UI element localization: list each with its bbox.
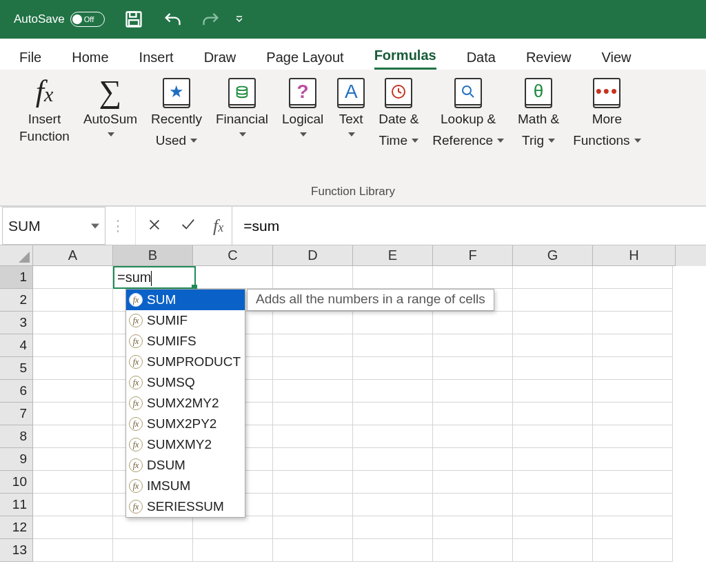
- cell[interactable]: [33, 516, 113, 539]
- cell[interactable]: [193, 516, 273, 539]
- row-header[interactable]: 10: [0, 471, 33, 494]
- suggestion-item[interactable]: fxIMSUM: [126, 476, 245, 496]
- enter-icon[interactable]: [179, 217, 196, 234]
- formula-suggestion-list[interactable]: fxSUMfxSUMIFfxSUMIFSfxSUMPRODUCTfxSUMSQf…: [125, 289, 245, 518]
- cell[interactable]: [353, 403, 433, 425]
- col-header-f[interactable]: F: [433, 245, 513, 266]
- cell[interactable]: [433, 516, 513, 539]
- fx-icon[interactable]: fx: [213, 216, 223, 236]
- cell[interactable]: [353, 312, 433, 334]
- col-header-b[interactable]: B: [113, 245, 193, 266]
- col-header-g[interactable]: G: [513, 245, 593, 266]
- cell[interactable]: [353, 425, 433, 448]
- cell[interactable]: [33, 494, 113, 516]
- cell[interactable]: [193, 266, 273, 289]
- col-header-h[interactable]: H: [593, 245, 676, 266]
- autosave-toggle[interactable]: AutoSave Off: [14, 12, 105, 27]
- row-header[interactable]: 2: [0, 289, 33, 312]
- row-header[interactable]: 11: [0, 494, 33, 516]
- tab-formulas[interactable]: Formulas: [374, 48, 436, 70]
- cell[interactable]: [513, 516, 593, 539]
- cell[interactable]: [33, 312, 113, 334]
- cell[interactable]: [273, 494, 353, 516]
- active-cell[interactable]: =sum: [113, 266, 196, 289]
- cell[interactable]: [353, 539, 433, 562]
- cell[interactable]: [353, 266, 433, 289]
- tab-data[interactable]: Data: [467, 50, 496, 70]
- logical-dd[interactable]: [299, 132, 307, 136]
- suggestion-item[interactable]: fxSERIESSUM: [126, 496, 245, 517]
- cell[interactable]: [433, 471, 513, 494]
- cell[interactable]: [513, 425, 593, 448]
- cell[interactable]: [513, 312, 593, 334]
- cell[interactable]: [593, 289, 673, 312]
- row-header[interactable]: 8: [0, 425, 33, 448]
- cell[interactable]: [33, 380, 113, 403]
- cell[interactable]: [193, 539, 273, 562]
- cell[interactable]: [433, 539, 513, 562]
- cell[interactable]: [513, 539, 593, 562]
- row-header[interactable]: 7: [0, 403, 33, 425]
- cell[interactable]: [273, 516, 353, 539]
- autosum-dd[interactable]: [106, 132, 114, 136]
- cell[interactable]: [353, 448, 433, 471]
- cell[interactable]: [273, 312, 353, 334]
- cell[interactable]: [113, 539, 193, 562]
- cell[interactable]: [433, 425, 513, 448]
- cell[interactable]: [513, 266, 593, 289]
- cell[interactable]: [593, 266, 673, 289]
- cell[interactable]: [433, 357, 513, 380]
- cell[interactable]: [593, 380, 673, 403]
- cell[interactable]: [33, 403, 113, 425]
- cell[interactable]: [33, 471, 113, 494]
- logical-button[interactable]: ? Logical: [275, 74, 330, 183]
- cell[interactable]: [433, 494, 513, 516]
- financial-dd[interactable]: [238, 132, 246, 136]
- cell[interactable]: [593, 448, 673, 471]
- cell[interactable]: [33, 448, 113, 471]
- cancel-icon[interactable]: [147, 217, 162, 234]
- cell[interactable]: [273, 448, 353, 471]
- row-header[interactable]: 12: [0, 516, 33, 539]
- lookup-reference-button[interactable]: Lookup & Reference: [425, 74, 511, 183]
- cell[interactable]: [433, 334, 513, 357]
- grid[interactable]: 12345678910111213 =sum fxSUMfxSUMIFfxSUM…: [0, 266, 706, 562]
- cell[interactable]: [273, 334, 353, 357]
- row-header[interactable]: 13: [0, 539, 33, 562]
- col-header-a[interactable]: A: [33, 245, 113, 266]
- text-button[interactable]: A Text: [330, 74, 372, 183]
- suggestion-item[interactable]: fxSUM: [126, 290, 245, 310]
- cell[interactable]: [273, 357, 353, 380]
- cell[interactable]: [113, 516, 193, 539]
- suggestion-item[interactable]: fxSUMSQ: [126, 372, 245, 393]
- cell[interactable]: [33, 334, 113, 357]
- tab-page-layout[interactable]: Page Layout: [266, 50, 343, 70]
- financial-button[interactable]: Financial: [209, 74, 275, 183]
- cell[interactable]: [593, 425, 673, 448]
- cell[interactable]: [353, 516, 433, 539]
- cell[interactable]: [593, 471, 673, 494]
- cell[interactable]: [513, 448, 593, 471]
- cell[interactable]: [353, 471, 433, 494]
- col-header-d[interactable]: D: [273, 245, 353, 266]
- cell[interactable]: [593, 494, 673, 516]
- row-header[interactable]: 1: [0, 266, 33, 289]
- recently-used-button[interactable]: ★ Recently Used: [144, 74, 209, 183]
- name-box[interactable]: SUM: [2, 207, 105, 245]
- suggestion-item[interactable]: fxSUMXMY2: [126, 434, 245, 455]
- col-header-e[interactable]: E: [353, 245, 433, 266]
- row-header[interactable]: 3: [0, 312, 33, 334]
- cell[interactable]: [513, 403, 593, 425]
- suggestion-item[interactable]: fxDSUM: [126, 455, 245, 476]
- cell[interactable]: [33, 289, 113, 312]
- more-icon[interactable]: ⋮: [108, 217, 130, 235]
- cell[interactable]: [593, 516, 673, 539]
- cell[interactable]: [433, 448, 513, 471]
- cell[interactable]: [33, 266, 113, 289]
- cell[interactable]: [33, 425, 113, 448]
- text-dd[interactable]: [347, 132, 355, 136]
- row-header[interactable]: 4: [0, 334, 33, 357]
- cell[interactable]: [273, 471, 353, 494]
- cell[interactable]: [593, 357, 673, 380]
- cell[interactable]: [353, 380, 433, 403]
